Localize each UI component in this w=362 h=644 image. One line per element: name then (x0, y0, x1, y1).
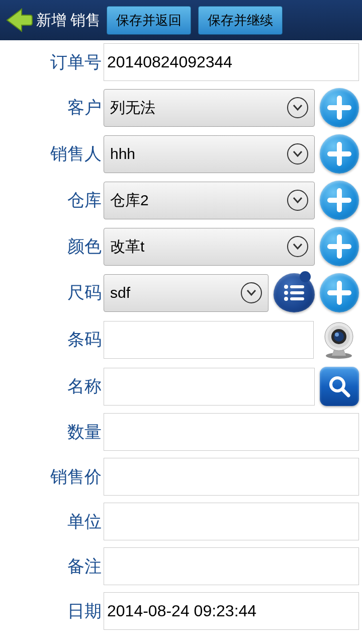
dropdown-salesperson[interactable]: hhh (104, 135, 315, 173)
row-quantity: 数量 (3, 413, 359, 451)
label-quantity: 数量 (3, 421, 104, 444)
form: 订单号 客户 列无法 销售人 hhh 仓库 仓库2 颜色 (0, 40, 362, 640)
input-order-no[interactable] (104, 43, 359, 81)
svg-rect-1 (290, 285, 304, 288)
chevron-down-icon (287, 97, 308, 118)
chevron-down-icon (287, 236, 308, 257)
row-color: 颜色 改革t (3, 227, 359, 266)
add-salesperson-button[interactable] (320, 134, 359, 174)
row-salesperson: 销售人 hhh (3, 134, 359, 174)
row-unit: 单位 (3, 503, 359, 540)
back-arrow-icon (4, 5, 34, 35)
dropdown-color[interactable]: 改革t (104, 228, 315, 266)
row-name: 名称 (3, 367, 359, 406)
size-list-button[interactable] (274, 273, 315, 312)
svg-point-2 (284, 291, 288, 295)
row-warehouse: 仓库 仓库2 (3, 181, 359, 220)
label-warehouse: 仓库 (3, 189, 104, 212)
svg-rect-5 (290, 297, 304, 300)
dropdown-customer[interactable]: 列无法 (104, 89, 315, 127)
chevron-down-icon (287, 143, 308, 165)
page-title: 新增 销售 (36, 10, 101, 31)
plus-icon (327, 234, 352, 259)
row-date: 日期 (3, 592, 359, 630)
label-date: 日期 (3, 600, 104, 623)
input-date[interactable] (104, 592, 359, 630)
plus-icon (327, 95, 352, 120)
save-continue-button[interactable]: 保存并继续 (198, 6, 283, 35)
dropdown-size-value: sdf (110, 284, 130, 301)
label-barcode: 条码 (3, 328, 104, 351)
label-price: 销售价 (3, 465, 104, 489)
input-barcode[interactable] (104, 321, 314, 359)
svg-point-4 (284, 297, 288, 301)
camera-button[interactable] (319, 319, 359, 360)
save-return-button[interactable]: 保存并返回 (107, 6, 191, 35)
dropdown-warehouse[interactable]: 仓库2 (104, 182, 315, 219)
input-remark[interactable] (104, 547, 359, 585)
plus-icon (327, 141, 352, 167)
svg-point-11 (335, 333, 339, 337)
back-button[interactable] (4, 5, 34, 35)
search-icon (327, 374, 351, 398)
row-barcode: 条码 (3, 319, 359, 360)
chevron-down-icon (287, 190, 308, 211)
dropdown-customer-value: 列无法 (110, 98, 155, 118)
add-warehouse-button[interactable] (320, 181, 359, 220)
input-name[interactable] (104, 368, 315, 406)
input-quantity[interactable] (104, 413, 359, 451)
row-remark: 备注 (3, 547, 359, 585)
label-name: 名称 (3, 375, 104, 398)
row-order-no: 订单号 (3, 43, 359, 81)
plus-icon (327, 280, 352, 305)
label-remark: 备注 (3, 555, 104, 578)
plus-icon (327, 188, 352, 213)
label-order-no: 订单号 (3, 51, 104, 74)
label-color: 颜色 (3, 235, 104, 258)
input-unit[interactable] (104, 503, 359, 540)
svg-point-0 (284, 285, 288, 289)
dropdown-salesperson-value: hhh (110, 145, 135, 163)
dropdown-color-value: 改革t (110, 236, 144, 257)
chevron-down-icon (241, 282, 262, 303)
svg-line-13 (342, 389, 348, 395)
row-price: 销售价 (3, 458, 359, 496)
svg-point-10 (334, 332, 344, 342)
header: 新增 销售 保存并返回 保存并继续 (0, 0, 362, 40)
svg-rect-3 (290, 291, 304, 294)
dropdown-size[interactable]: sdf (104, 274, 268, 312)
add-customer-button[interactable] (320, 88, 359, 127)
search-button[interactable] (320, 367, 359, 406)
label-salesperson: 销售人 (3, 142, 104, 166)
label-unit: 单位 (3, 510, 104, 533)
list-icon (283, 283, 305, 302)
row-customer: 客户 列无法 (3, 88, 359, 127)
label-customer: 客户 (3, 96, 104, 119)
dropdown-warehouse-value: 仓库2 (110, 190, 149, 211)
webcam-icon (319, 319, 359, 360)
label-size: 尺码 (3, 281, 104, 304)
add-size-button[interactable] (320, 273, 359, 312)
input-price[interactable] (104, 458, 359, 496)
row-size: 尺码 sdf (3, 273, 359, 312)
add-color-button[interactable] (320, 227, 359, 266)
